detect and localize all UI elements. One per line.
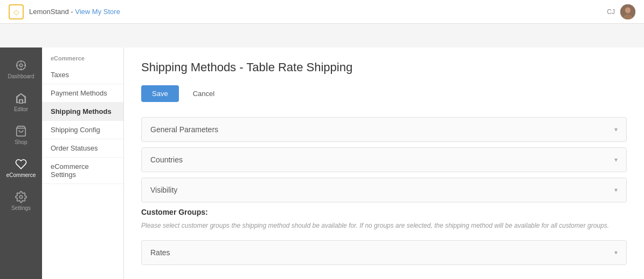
cancel-button[interactable]: Cancel xyxy=(184,85,223,102)
rates-accordion-header[interactable]: Rates ▾ xyxy=(142,241,626,264)
accordion-general-parameters-header[interactable]: General Parameters ▾ xyxy=(142,118,626,141)
accordion-countries-label: Countries xyxy=(150,155,183,164)
sidebar-item-dashboard-label: Dashboard xyxy=(8,73,34,79)
svg-point-1 xyxy=(625,7,631,13)
topbar: ◇ LemonStand - View My Store CJ xyxy=(0,0,644,24)
rates-accordion: Rates ▾ xyxy=(141,240,627,265)
nav-item-taxes[interactable]: Taxes xyxy=(42,66,123,84)
user-initials: CJ xyxy=(607,8,615,16)
svg-point-14 xyxy=(19,195,23,199)
accordion-countries: Countries ▾ xyxy=(141,147,627,172)
icon-sidebar: Dashboard Editor Shop xyxy=(0,47,42,279)
svg-point-4 xyxy=(19,64,23,67)
accordion-countries-header[interactable]: Countries ▾ xyxy=(142,148,626,172)
save-button[interactable]: Save xyxy=(141,85,179,102)
nav-item-shipping-methods[interactable]: Shipping Methods xyxy=(42,103,123,121)
customer-groups-section: Customer Groups: Please select customer … xyxy=(141,208,627,230)
view-store-link[interactable]: View My Store xyxy=(75,8,120,16)
sidebar-item-settings[interactable]: Settings xyxy=(0,185,42,217)
customer-groups-description: Please select customer groups the shippi… xyxy=(141,221,627,230)
action-bar: Save Cancel xyxy=(141,85,627,102)
chevron-down-icon: ▾ xyxy=(614,156,618,164)
sidebar-item-shop-label: Shop xyxy=(15,139,27,145)
sidebar-item-dashboard[interactable]: Dashboard xyxy=(0,53,42,86)
nav-item-ecommerce-settings[interactable]: eCommerce Settings xyxy=(42,158,123,184)
chevron-down-icon: ▾ xyxy=(614,126,618,133)
sidebar-item-settings-label: Settings xyxy=(11,205,31,211)
nav-item-payment-methods[interactable]: Payment Methods xyxy=(42,84,123,103)
customer-groups-label: Customer Groups: xyxy=(141,208,627,216)
sidebar-item-editor-label: Editor xyxy=(14,106,28,112)
rates-accordion-label: Rates xyxy=(150,248,170,257)
nav-item-shipping-config[interactable]: Shipping Config xyxy=(42,121,123,139)
accordion-visibility-label: Visibility xyxy=(150,186,177,194)
logo-icon: ◇ xyxy=(9,4,24,19)
accordion-visibility: Visibility ▾ xyxy=(141,178,627,202)
accordion-visibility-header[interactable]: Visibility ▾ xyxy=(142,178,626,202)
app-name: LemonStand xyxy=(29,8,69,16)
topbar-title: LemonStand - View My Store xyxy=(29,8,120,16)
nav-sidebar: eCommerce Taxes Payment Methods Shipping… xyxy=(42,47,124,279)
separator: - xyxy=(69,8,75,16)
accordion-general-parameters: General Parameters ▾ xyxy=(141,117,627,142)
chevron-down-icon: ▾ xyxy=(614,249,618,256)
nav-item-order-statuses[interactable]: Order Statuses xyxy=(42,139,123,158)
nav-section-title: eCommerce xyxy=(42,47,123,66)
sidebar-item-shop[interactable]: Shop xyxy=(0,119,42,152)
svg-rect-12 xyxy=(19,100,23,103)
sidebar-item-editor[interactable]: Editor xyxy=(0,86,42,119)
topbar-left: ◇ LemonStand - View My Store xyxy=(9,4,120,19)
sidebar-item-ecommerce[interactable]: eCommerce xyxy=(0,152,42,185)
accordion-general-parameters-label: General Parameters xyxy=(150,125,218,134)
sidebar-item-ecommerce-label: eCommerce xyxy=(6,172,36,178)
main-content: Shipping Methods - Table Rate Shipping S… xyxy=(124,47,644,279)
avatar xyxy=(620,4,635,19)
topbar-right: CJ xyxy=(607,4,635,19)
chevron-down-icon: ▾ xyxy=(614,186,618,194)
page-title: Shipping Methods - Table Rate Shipping xyxy=(141,60,627,74)
